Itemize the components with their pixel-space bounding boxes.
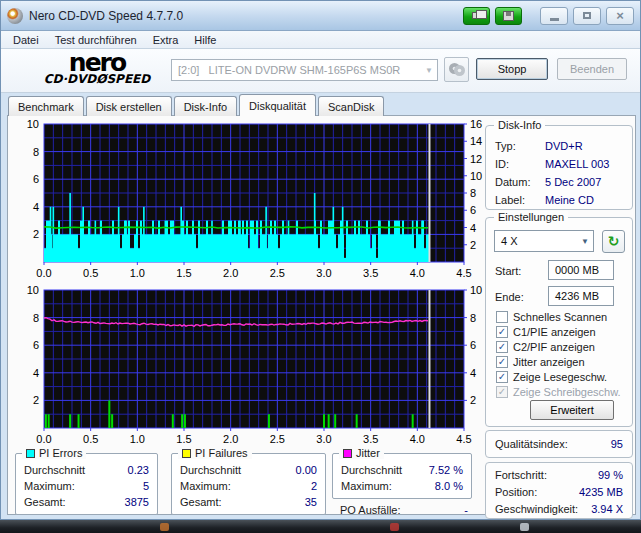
disk-info-title: Disk-Info [494,119,545,131]
titlebar: Nero CD-DVD Speed 4.7.7.0 × [1,1,640,31]
svg-text:2: 2 [33,394,39,406]
tab-disk-erstellen[interactable]: Disk erstellen [86,96,172,116]
svg-text:2: 2 [33,228,39,240]
taskbar[interactable] [0,520,641,533]
maximize-icon [583,12,591,19]
checkbox-box[interactable] [496,386,508,398]
tab-benchmark[interactable]: Benchmark [8,96,84,116]
svg-text:3.5: 3.5 [363,267,378,279]
disk-info-panel: Disk-Info Typ:DVD+R ID:MAXELL 003 Datum:… [485,125,633,210]
disc-info-button[interactable] [444,57,469,82]
svg-text:4.0: 4.0 [410,433,425,445]
jitter-chart: 2468102468100.00.51.01.52.02.53.03.54.04… [6,286,480,446]
svg-text:4: 4 [470,367,476,379]
pi-errors-swatch [26,449,35,458]
checkbox-c1-pie[interactable]: C1/PIE anzeigen [496,325,596,339]
settings-title: Einstellungen [494,211,568,223]
checkbox-box[interactable] [496,326,508,338]
speed-row: Geschwindigkeit:3.94 X [486,500,632,517]
stat-row: Durchschnitt0.23 [16,462,157,478]
end-input[interactable]: 4236 MB [548,286,614,306]
quality-index-row: Qualitätsindex: 95 [486,436,632,453]
stop-button[interactable]: Stopp [476,58,548,80]
svg-text:4: 4 [470,222,476,234]
drive-select[interactable]: [2:0] LITE-ON DVDRW SHM-165P6S MS0R ▼ [171,59,438,81]
checkbox-jitter[interactable]: Jitter anzeigen [496,355,585,369]
svg-text:1.0: 1.0 [130,433,145,445]
svg-text:4: 4 [33,201,39,213]
checkbox-schreibgeschw[interactable]: Zeige Schreibgeschw. [496,385,621,399]
svg-text:4.5: 4.5 [456,267,471,279]
checkbox-box[interactable] [496,311,508,323]
menu-test-durchfuehren[interactable]: Test durchführen [47,33,145,47]
exit-button[interactable]: Beenden [557,58,627,80]
chevron-down-icon: ▼ [421,66,437,75]
taskbar-item[interactable] [520,523,529,531]
checkbox-c2-pif[interactable]: C2/PIF anzeigen [496,340,595,354]
settings-panel: Einstellungen 4 X ▼ ↻ Start: 0000 MB End… [485,217,633,427]
svg-text:8: 8 [470,312,476,324]
checkbox-box[interactable] [496,371,508,383]
menu-hilfe[interactable]: Hilfe [186,33,224,47]
pi-failures-legend: PI Failures [178,447,252,459]
pi-failures-swatch [182,449,191,458]
end-label: Ende: [495,291,524,303]
app-window: Nero CD-DVD Speed 4.7.7.0 × Datei Test d… [0,0,641,520]
close-button[interactable]: × [606,7,634,25]
floppy-icon [503,11,514,21]
start-input[interactable]: 0000 MB [548,260,614,280]
svg-text:6: 6 [470,339,476,351]
pi-failures-panel: PI Failures Durchschnitt0.00 Maximum:2 G… [171,453,326,515]
screenshot-button[interactable] [463,7,490,25]
advanced-button[interactable]: Erweitert [530,400,614,420]
svg-text:6: 6 [33,339,39,351]
svg-text:8: 8 [33,312,39,324]
svg-text:12: 12 [470,153,482,165]
tab-scandisk[interactable]: ScanDisk [318,96,384,116]
tab-diskqualitaet[interactable]: Diskqualität [239,94,316,116]
svg-text:10: 10 [470,170,482,182]
svg-text:2.5: 2.5 [270,433,285,445]
progress-row: Fortschritt:99 % [486,466,632,483]
speed-select[interactable]: 4 X ▼ [494,230,594,252]
titlebar-buttons: × [463,7,634,25]
svg-text:0.5: 0.5 [83,267,98,279]
progress-panel: Fortschritt:99 % Position:4235 MB Geschw… [485,462,633,519]
pi-errors-panel: PI Errors Durchschnitt0.23 Maximum:5 Ges… [15,453,158,515]
disk-type-row: Typ:DVD+R [486,137,632,155]
tabstrip: Benchmark Disk erstellen Disk-Info Diskq… [8,94,386,116]
taskbar-item[interactable] [390,523,399,531]
stat-row: Gesamt:3875 [16,494,157,510]
menu-datei[interactable]: Datei [5,33,47,47]
svg-text:8: 8 [470,187,476,199]
svg-text:6: 6 [470,204,476,216]
svg-text:4: 4 [33,367,39,379]
save-button[interactable] [495,7,522,25]
window-title: Nero CD-DVD Speed 4.7.7.0 [29,9,183,23]
taskbar-item[interactable] [160,523,169,531]
stat-row: Maximum:8.0 % [333,478,471,494]
close-icon: × [616,9,624,22]
svg-text:1.5: 1.5 [176,433,191,445]
tab-disk-info[interactable]: Disk-Info [174,96,237,116]
svg-text:10: 10 [27,118,39,130]
svg-text:3.0: 3.0 [316,267,331,279]
checkbox-box[interactable] [496,356,508,368]
chevron-down-icon: ▼ [577,237,593,246]
svg-text:8: 8 [33,146,39,158]
minimize-button[interactable] [540,7,568,25]
checkbox-lesegeschw[interactable]: Zeige Lesegeschw. [496,370,607,384]
maximize-button[interactable] [573,7,601,25]
stat-row: Durchschnitt0.00 [172,462,325,478]
refresh-button[interactable]: ↻ [602,230,625,253]
quality-index-panel: Qualitätsindex: 95 [485,430,633,458]
menu-extra[interactable]: Extra [145,33,187,47]
svg-text:4.0: 4.0 [410,267,425,279]
checkbox-box[interactable] [496,341,508,353]
svg-text:1.0: 1.0 [130,267,145,279]
checkbox-schnelles-scannen[interactable]: Schnelles Scannen [496,310,607,324]
svg-text:14: 14 [470,135,482,147]
position-row: Position:4235 MB [486,483,632,500]
copy-icon [472,12,481,19]
jitter-panel: Jitter Durchschnitt7.52 % Maximum:8.0 % [332,453,472,499]
